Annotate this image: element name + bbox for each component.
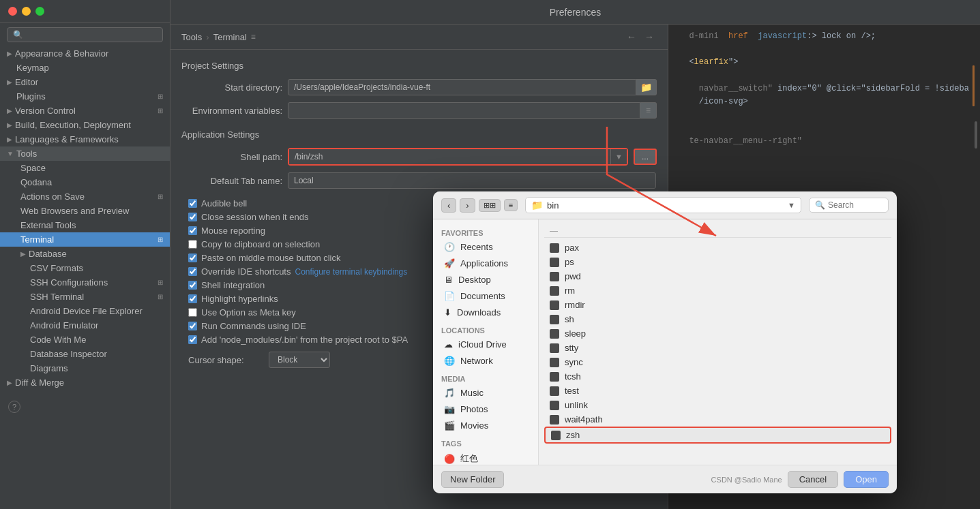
add-node-modules-checkbox[interactable] <box>188 335 197 344</box>
fp-back-button[interactable]: ‹ <box>441 198 456 213</box>
sidebar-item-diff-merge[interactable]: ▶ Diff & Merge <box>0 375 170 390</box>
shell-path-input[interactable] <box>289 149 610 164</box>
fp-file-sync[interactable]: sync <box>544 355 891 369</box>
fp-cancel-button[interactable]: Cancel <box>788 471 838 488</box>
fp-file-stty[interactable]: stty <box>544 341 891 355</box>
fp-sidebar-recents[interactable]: 🕐 Recents <box>436 239 535 255</box>
start-directory-input[interactable] <box>288 79 636 95</box>
sidebar-item-actions-on-save[interactable]: Actions on Save ⊞ <box>0 189 170 204</box>
sidebar-item-editor[interactable]: ▶ Editor <box>0 75 170 89</box>
fp-file-unlink[interactable]: unlink <box>544 398 891 412</box>
fp-sidebar-desktop[interactable]: 🖥 Desktop <box>436 272 535 288</box>
fp-new-folder-button[interactable]: New Folder <box>441 471 504 488</box>
fp-file-test[interactable]: test <box>544 384 891 398</box>
fp-sidebar-red-tag[interactable]: 🔴 红色 <box>436 450 535 465</box>
fp-open-button[interactable]: Open <box>844 471 889 488</box>
fp-file-tcsh[interactable]: tcsh <box>544 369 891 384</box>
mouse-reporting-checkbox[interactable] <box>188 226 197 235</box>
close-session-checkbox[interactable] <box>188 213 197 221</box>
nav-forward-button[interactable]: → <box>642 30 657 44</box>
override-ide-checkbox[interactable] <box>188 267 197 276</box>
code-line: te-navbar__menu--right" <box>679 135 969 148</box>
sidebar-item-version-control[interactable]: ▶ Version Control ⊞ <box>0 104 170 118</box>
sidebar-search-input[interactable] <box>7 27 163 42</box>
fp-applications-icon: 🚀 <box>444 258 455 268</box>
env-variables-browse-button[interactable]: ≡ <box>640 102 657 119</box>
code-line: <learfix"> <box>679 56 969 69</box>
fp-file-rm[interactable]: rm <box>544 283 891 298</box>
fp-sidebar-music[interactable]: 🎵 Music <box>436 385 535 401</box>
sidebar-item-terminal[interactable]: Terminal ⊞ <box>0 232 170 247</box>
sidebar-item-android-emu[interactable]: Android Emulator <box>0 318 170 333</box>
fp-recents-icon: 🕐 <box>444 242 455 252</box>
fp-sidebar-documents[interactable]: 📄 Documents <box>436 288 535 304</box>
configure-keybindings-link[interactable]: Configure terminal keybindings <box>295 267 408 277</box>
env-variables-input[interactable] <box>288 102 640 119</box>
fp-network-label: Network <box>460 356 493 366</box>
fp-sidebar-downloads[interactable]: ⬇ Downloads <box>436 305 535 320</box>
paste-middle-checkbox[interactable] <box>188 253 197 262</box>
sidebar-item-plugins[interactable]: Plugins ⊞ <box>0 89 170 104</box>
sidebar-item-keymap[interactable]: Keymap <box>0 61 170 75</box>
fp-file-list: — pax ps pwd rm <box>539 219 897 465</box>
sidebar-item-build[interactable]: ▶ Build, Execution, Deployment <box>0 118 170 132</box>
help-icon[interactable]: ? <box>8 401 20 413</box>
fp-sidebar-photos[interactable]: 📷 Photos <box>436 401 535 417</box>
audible-bell-checkbox[interactable] <box>188 199 197 208</box>
fp-file-wait4path[interactable]: wait4path <box>544 412 891 427</box>
window-maximize[interactable] <box>35 7 44 16</box>
fp-file-rmdir[interactable]: rmdir <box>544 298 891 312</box>
code-line <box>679 121 969 134</box>
sidebar-item-ssh-terminal[interactable]: SSH Terminal ⊞ <box>0 290 170 304</box>
start-directory-browse-button[interactable]: 📁 <box>636 79 657 95</box>
shell-integration-checkbox[interactable] <box>188 281 197 290</box>
fp-search-input[interactable] <box>828 200 882 210</box>
arrow-icon: ▶ <box>7 50 12 57</box>
breadcrumb-separator: › <box>206 32 209 42</box>
window-minimize[interactable] <box>22 7 31 16</box>
fp-sidebar-applications[interactable]: 🚀 Applications <box>436 256 535 271</box>
sidebar-item-android-file[interactable]: Android Device File Explorer <box>0 304 170 318</box>
copy-clipboard-checkbox[interactable] <box>188 240 197 249</box>
sidebar-item-database[interactable]: ▶ Database <box>0 247 170 261</box>
sidebar-item-languages[interactable]: ▶ Languages & Frameworks <box>0 132 170 146</box>
default-tab-input[interactable] <box>288 172 656 189</box>
use-option-meta-checkbox[interactable] <box>188 308 197 317</box>
sidebar-item-appearance[interactable]: ▶ Appearance & Behavior <box>0 46 170 61</box>
arrow-icon: ▶ <box>7 78 12 86</box>
sidebar-item-qodana[interactable]: Qodana <box>0 175 170 189</box>
sidebar-item-diagrams[interactable]: Diagrams <box>0 361 170 375</box>
sidebar-item-ssh-config[interactable]: SSH Configurations ⊞ <box>0 275 170 290</box>
fp-sidebar-network[interactable]: 🌐 Network <box>436 353 535 369</box>
fp-view-toggle-button[interactable]: ⊞⊞ <box>479 199 501 212</box>
fp-file-zsh[interactable]: zsh <box>544 427 891 444</box>
sidebar-item-csv[interactable]: CSV Formats <box>0 261 170 275</box>
nav-back-button[interactable]: ← <box>624 30 639 44</box>
fp-file-sh[interactable]: sh <box>544 312 891 326</box>
sidebar-item-space[interactable]: Space <box>0 161 170 175</box>
editor-marker <box>972 65 975 106</box>
fp-file-sleep[interactable]: sleep <box>544 326 891 341</box>
highlight-hyperlinks-checkbox[interactable] <box>188 294 197 303</box>
cursor-shape-select[interactable]: Block Underline Vertical <box>269 352 330 368</box>
terminal-badge: ⊞ <box>158 236 163 243</box>
fp-file-pwd[interactable]: pwd <box>544 269 891 283</box>
sidebar-item-db-inspector[interactable]: Database Inspector <box>0 347 170 361</box>
fp-file-name: unlink <box>565 400 588 410</box>
fp-file-ps[interactable]: ps <box>544 255 891 269</box>
shell-path-browse-button[interactable]: ... <box>634 149 657 165</box>
sidebar-item-tools[interactable]: ▼ Tools <box>0 146 170 161</box>
fp-view-list-button[interactable]: ≡ <box>504 199 518 211</box>
shell-path-dropdown[interactable]: ▼ <box>610 149 627 164</box>
sidebar-item-external-tools[interactable]: External Tools <box>0 218 170 232</box>
sidebar-item-code-with-me[interactable]: Code With Me <box>0 333 170 347</box>
sidebar-item-label: Diagrams <box>30 363 163 373</box>
fp-sidebar-movies[interactable]: 🎬 Movies <box>436 418 535 433</box>
run-commands-checkbox[interactable] <box>188 322 197 330</box>
scrollbar[interactable] <box>975 121 977 149</box>
fp-file-pax[interactable]: pax <box>544 241 891 255</box>
fp-forward-button[interactable]: › <box>460 198 475 213</box>
fp-sidebar-icloud[interactable]: ☁ iCloud Drive <box>436 337 535 352</box>
sidebar-item-web-browsers[interactable]: Web Browsers and Preview <box>0 204 170 218</box>
window-close[interactable] <box>8 7 17 16</box>
